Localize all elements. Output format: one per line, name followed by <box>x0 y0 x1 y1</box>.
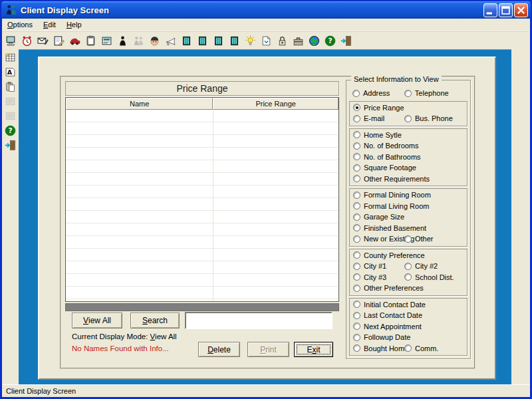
radio-last-contact-date[interactable]: Last Contact Date <box>353 311 422 319</box>
contact-face-icon[interactable] <box>149 35 160 47</box>
computer-icon[interactable] <box>5 35 17 47</box>
briefcase-icon[interactable] <box>293 35 304 47</box>
radio-other-requirements[interactable]: Other Requirements <box>353 175 430 183</box>
page-flip-icon[interactable] <box>261 35 272 47</box>
radio-dot-school-dist[interactable] <box>404 273 412 281</box>
radio-garage-size[interactable]: Garage Size <box>353 213 404 221</box>
radio-dot-address[interactable] <box>352 90 360 97</box>
radio-dot-bought-home[interactable] <box>353 344 360 352</box>
radio-label: Garage Size <box>364 213 404 221</box>
edit-note-icon[interactable] <box>53 35 65 47</box>
radio-dot-other[interactable] <box>404 235 412 243</box>
radio-next-appointment[interactable]: Next Appointment <box>353 323 422 331</box>
radio-dot-bus-phone[interactable] <box>404 115 412 122</box>
exit-icon[interactable] <box>340 35 352 47</box>
car-icon[interactable] <box>69 35 80 47</box>
building-icon-1[interactable] <box>181 35 192 47</box>
radio-finished-basement[interactable]: Finished Basement <box>353 224 426 232</box>
radio-telephone[interactable]: Telephone <box>404 89 449 97</box>
help-icon[interactable]: ? <box>325 35 336 47</box>
radio-city-3[interactable]: City #3 <box>353 273 404 281</box>
column-header-price-range[interactable]: Price Range <box>213 98 338 110</box>
mail-icon[interactable] <box>37 35 49 47</box>
radio-comm[interactable]: Comm. <box>404 344 438 352</box>
font-icon[interactable]: A <box>5 66 16 78</box>
radio-school-dist[interactable]: School Dist. <box>404 273 454 281</box>
radio-dot-city-3[interactable] <box>353 273 360 281</box>
exit-icon-side[interactable] <box>5 140 16 151</box>
help-icon-side[interactable]: ? <box>5 125 16 136</box>
client-table[interactable]: NamePrice Range <box>65 97 339 302</box>
radio-dot-other-requirements[interactable] <box>353 175 360 182</box>
menu-options[interactable]: Options <box>2 19 38 31</box>
radio-no-of-bathrooms[interactable]: No. of Bathrooms <box>353 153 421 161</box>
building-icon-3[interactable] <box>213 35 224 47</box>
radio-dot-initial-contact-date[interactable] <box>353 301 360 308</box>
maximize-button[interactable] <box>499 3 513 17</box>
clipboard-icon[interactable] <box>85 35 96 47</box>
radio-new-or-existing[interactable]: New or Existing <box>353 235 404 243</box>
client-icon[interactable] <box>117 35 128 47</box>
spreadsheet-icon[interactable] <box>5 52 16 63</box>
radio-city-1[interactable]: City #1 <box>353 262 404 270</box>
search-button[interactable]: Search <box>130 313 180 329</box>
radio-e-mail[interactable]: E-mail <box>353 114 404 122</box>
radio-dot-telephone[interactable] <box>404 90 412 97</box>
app-icon[interactable] <box>5 4 17 16</box>
minimize-button[interactable] <box>483 3 497 17</box>
building-icon-2[interactable] <box>197 35 208 47</box>
lightbulb-icon[interactable] <box>245 35 256 47</box>
radio-dot-new-or-existing[interactable] <box>353 235 360 243</box>
radio-dot-next-appointment[interactable] <box>353 323 360 330</box>
alarm-clock-icon[interactable] <box>21 35 33 47</box>
view-all-button[interactable]: View All <box>72 313 122 329</box>
globe-icon[interactable] <box>309 35 320 47</box>
radio-dot-price-range[interactable] <box>353 104 360 111</box>
radio-dot-city-1[interactable] <box>353 263 360 270</box>
radio-dot-home-sytle[interactable] <box>353 131 360 138</box>
radio-formal-dining-room[interactable]: Formal Dining Room <box>353 191 431 199</box>
table-body[interactable] <box>66 110 338 301</box>
radio-other-preferences[interactable]: Other Preferences <box>353 284 424 292</box>
radio-formal-living-room[interactable]: Formal Living Room <box>353 202 429 210</box>
radio-dot-garage-size[interactable] <box>353 213 360 221</box>
announce-icon[interactable] <box>165 35 176 47</box>
radio-dot-square-footage[interactable] <box>353 164 360 172</box>
radio-bought-home[interactable]: Bought Home <box>353 344 404 352</box>
radio-home-sytle[interactable]: Home Sytle <box>353 131 402 139</box>
radio-dot-county-preference[interactable] <box>353 251 360 259</box>
radio-address[interactable]: Address <box>352 89 404 97</box>
radio-dot-other-preferences[interactable] <box>353 285 360 292</box>
delete-button[interactable]: Delete <box>198 342 240 357</box>
radio-dot-no-of-bedrooms[interactable] <box>353 142 360 150</box>
radio-dot-formal-dining-room[interactable] <box>353 192 360 199</box>
radio-dot-comm[interactable] <box>404 344 412 352</box>
radio-county-preference[interactable]: County Preference <box>353 251 425 259</box>
radio-price-range[interactable]: Price Range <box>353 104 404 112</box>
menu-edit[interactable]: Edit <box>38 19 61 31</box>
radio-dot-last-contact-date[interactable] <box>353 312 360 319</box>
radio-dot-city-2[interactable] <box>404 263 412 270</box>
radio-dot-no-of-bathrooms[interactable] <box>353 153 360 160</box>
column-header-name[interactable]: Name <box>66 98 213 110</box>
radio-no-of-bedrooms[interactable]: No. of Bedrooms <box>353 142 419 150</box>
close-button[interactable] <box>514 3 528 17</box>
radio-dot-followup-date[interactable] <box>353 334 360 341</box>
radio-followup-date[interactable]: Followup Date <box>353 333 410 341</box>
menu-help[interactable]: Help <box>61 19 87 31</box>
exit-button[interactable]: Exit <box>294 342 333 357</box>
radio-initial-contact-date[interactable]: Initial Contact Date <box>353 301 426 309</box>
radio-square-footage[interactable]: Square Footage <box>353 164 416 172</box>
money-icon[interactable] <box>101 35 112 47</box>
table-scrollbar[interactable] <box>65 303 339 311</box>
paste-icon[interactable] <box>5 81 16 92</box>
building-icon-4[interactable] <box>229 35 240 47</box>
radio-dot-finished-basement[interactable] <box>353 224 360 231</box>
radio-bus-phone[interactable]: Bus. Phone <box>404 114 453 122</box>
radio-dot-formal-living-room[interactable] <box>353 202 360 209</box>
search-input[interactable] <box>185 312 332 329</box>
radio-dot-e-mail[interactable] <box>353 115 360 122</box>
lock-icon[interactable] <box>277 35 288 47</box>
radio-other[interactable]: Other <box>404 235 434 243</box>
radio-city-2[interactable]: City #2 <box>404 262 438 270</box>
